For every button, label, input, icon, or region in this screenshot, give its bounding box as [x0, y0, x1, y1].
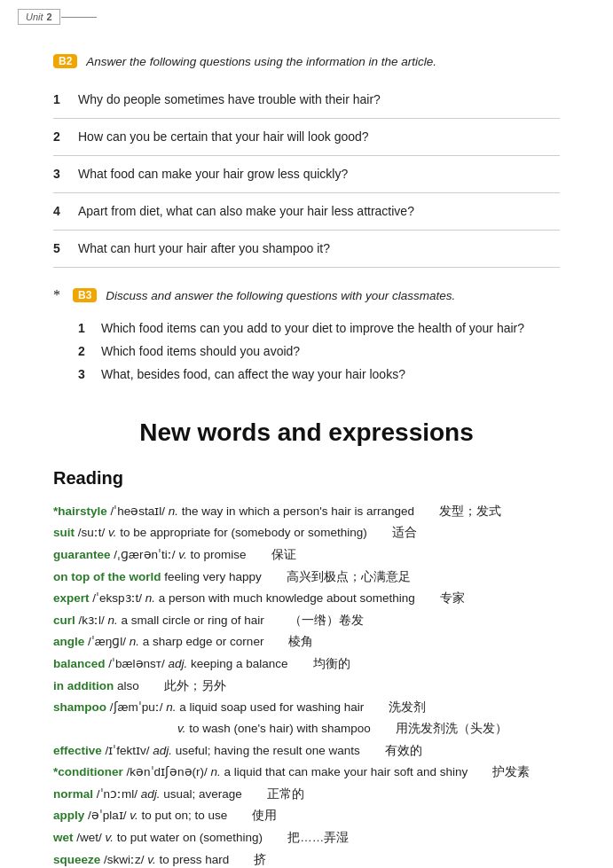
vocab-pos: n. — [163, 700, 177, 714]
vocab-pos: n. — [165, 504, 178, 518]
vocab-entry: *hairstyle /ˈheəstaɪl/ n. the way in whi… — [53, 501, 560, 522]
vocab-pos: v. — [127, 809, 138, 822]
vocab-definition: to put on; to use — [138, 809, 228, 822]
vocab-entry: on top of the world feeling very happy 高… — [53, 567, 560, 588]
vocab-entry: balanced /ˈbælənsт/ adj. keeping a balan… — [53, 653, 560, 675]
vocab-pos: adj. — [165, 657, 188, 670]
sub-question-text: Which food items should you avoid? — [101, 341, 300, 361]
vocab-entry: *conditioner /kənˈdɪʃənə(r)/ n. a liquid… — [53, 762, 560, 783]
vocab-definition: a person with much knowledge about somet… — [155, 591, 415, 605]
section-b3: * B3 Discuss and answer the following qu… — [53, 287, 560, 386]
vocab-pronunciation: /ʃæmˈpuː/ — [106, 700, 163, 714]
vocab-chinese: 高兴到极点；心满意足 — [262, 570, 411, 583]
sub-question-text: What, besides food, can affect the way y… — [101, 364, 405, 384]
vocab-chinese: 挤 — [229, 853, 266, 866]
b3-question-list: 1 Which food items can you add to your d… — [78, 317, 560, 387]
vocab-entry: shampoo /ʃæmˈpuː/ n. a liquid soap used … — [53, 697, 560, 739]
vocab-entry: in addition also 此外；另外 — [53, 676, 560, 697]
table-row: 2 How can you be certain that your hair … — [53, 119, 560, 156]
list-item: 3 What, besides food, can affect the way… — [78, 363, 560, 386]
vocab-word: in addition — [53, 679, 114, 692]
b3-instruction: Discuss and answer the following questio… — [106, 287, 455, 305]
b2-badge: B2 — [53, 54, 77, 68]
vocab-pronunciation: /əˈplaɪ/ — [84, 809, 126, 822]
vocab-word: angle — [53, 635, 84, 648]
vocab-definition: to put water on (something) — [114, 831, 263, 844]
question-number: 2 — [53, 128, 66, 146]
vocab-chinese: 此外；另外 — [139, 679, 226, 692]
new-words-title: New words and expressions — [53, 418, 560, 447]
vocab-pronunciation: /kənˈdɪʃənə(r)/ — [123, 765, 208, 778]
vocab-pos: n. — [142, 591, 155, 605]
question-number: 4 — [53, 202, 66, 221]
vocab-chinese-indent: 用洗发剂洗（头发） — [371, 722, 507, 735]
sub-question-number: 1 — [78, 318, 90, 338]
vocab-pos: n. — [208, 765, 221, 778]
vocab-chinese: 使用 — [227, 809, 277, 822]
vocab-pos: n. — [126, 635, 139, 648]
vocab-chinese: 保证 — [247, 548, 296, 561]
vocab-word: squeeze — [53, 853, 100, 866]
question-number: 1 — [53, 90, 66, 109]
vocab-word: *conditioner — [53, 765, 123, 778]
vocab-pos-indent: v. — [177, 722, 186, 735]
vocab-indent-entry: v. to wash (one's hair) with shampoo 用洗发… — [53, 718, 560, 739]
vocab-chinese: 护发素 — [468, 765, 530, 778]
vocab-pos: v. — [105, 526, 116, 539]
unit-text: Unit — [26, 12, 43, 22]
b2-question-list: 1 Why do people sometimes have trouble w… — [53, 82, 560, 268]
vocab-definition: to promise — [187, 548, 247, 561]
section-b2: B2 Answer the following questions using … — [53, 53, 560, 268]
vocab-definition: also — [114, 679, 139, 692]
vocab-chinese: （一绺）卷发 — [264, 614, 364, 627]
vocab-word: apply — [53, 809, 84, 822]
vocab-pronunciation: /ˌɡærənˈtiː/ — [111, 548, 176, 561]
vocab-pronunciation: /ɪˈfektɪv/ — [102, 744, 150, 757]
b2-instruction: Answer the following questions using the… — [86, 53, 436, 71]
vocab-definition-indent: to wash (one's hair) with shampoo — [186, 722, 371, 735]
vocab-entry: suit /suːt/ v. to be appropriate for (so… — [53, 522, 560, 543]
vocab-pronunciation: /kɜːl/ — [75, 614, 105, 627]
vocab-word: effective — [53, 744, 102, 757]
star-prefix: * — [53, 287, 60, 303]
question-text: How can you be certain that your hair wi… — [78, 128, 369, 146]
unit-label: Unit 2 — [18, 9, 60, 25]
vocab-pos: n. — [105, 614, 118, 627]
vocab-word: normal — [53, 787, 93, 801]
vocab-definition: usual; average — [161, 787, 242, 801]
vocab-entry: effective /ɪˈfektɪv/ adj. useful; having… — [53, 740, 560, 762]
vocab-word: wet — [53, 831, 74, 844]
vocab-entry: normal /ˈnɔːml/ adj. usual; average 正常的 — [53, 784, 560, 805]
vocab-pronunciation: /ˈnɔːml/ — [93, 787, 138, 801]
vocab-word: expert — [53, 591, 90, 605]
question-text: What food can make your hair grow less q… — [78, 165, 348, 184]
vocab-definition: a small circle or ring of hair — [118, 614, 264, 627]
vocab-entry: guarantee /ˌɡærənˈtiː/ v. to promise 保证 — [53, 544, 560, 566]
vocab-entry: squeeze /skwiːz/ v. to press hard 挤 — [53, 849, 560, 868]
vocab-word: suit — [53, 526, 75, 539]
vocab-definition: keeping a balance — [187, 657, 287, 670]
vocab-pronunciation: /wet/ — [74, 831, 102, 844]
question-text: What can hurt your hair after you shampo… — [78, 239, 330, 258]
vocab-entry: wet /wet/ v. to put water on (something)… — [53, 827, 560, 848]
vocab-word: shampoo — [53, 700, 106, 714]
table-row: 5 What can hurt your hair after you sham… — [53, 231, 560, 268]
vocab-chinese: 有效的 — [360, 744, 422, 757]
vocab-chinese: 洗发剂 — [364, 700, 426, 714]
new-words-section: New words and expressions Reading *hairs… — [53, 418, 560, 868]
b3-badge: B3 — [73, 288, 97, 302]
vocab-chinese: 棱角 — [263, 635, 313, 648]
table-row: 4 Apart from diet, what can also make yo… — [53, 193, 560, 231]
vocab-word: curl — [53, 614, 75, 627]
unit-number: 2 — [47, 12, 52, 22]
vocab-chinese: 专家 — [415, 591, 465, 605]
vocab-definition: the way in which a person's hair is arra… — [178, 504, 414, 518]
vocab-pronunciation: /ˈheəstaɪl/ — [107, 504, 165, 518]
sub-question-text: Which food items can you add to your die… — [101, 318, 524, 338]
vocab-pronunciation: /ˈbælənsт/ — [106, 657, 165, 670]
vocab-entry: apply /əˈplaɪ/ v. to put on; to use 使用 — [53, 805, 560, 826]
vocab-definition: a liquid soap used for washing hair — [177, 700, 365, 714]
b2-header: B2 Answer the following questions using … — [53, 53, 560, 71]
vocab-entry: curl /kɜːl/ n. a small circle or ring of… — [53, 610, 560, 631]
vocab-entry: expert /ˈekspɜːt/ n. a person with much … — [53, 588, 560, 609]
